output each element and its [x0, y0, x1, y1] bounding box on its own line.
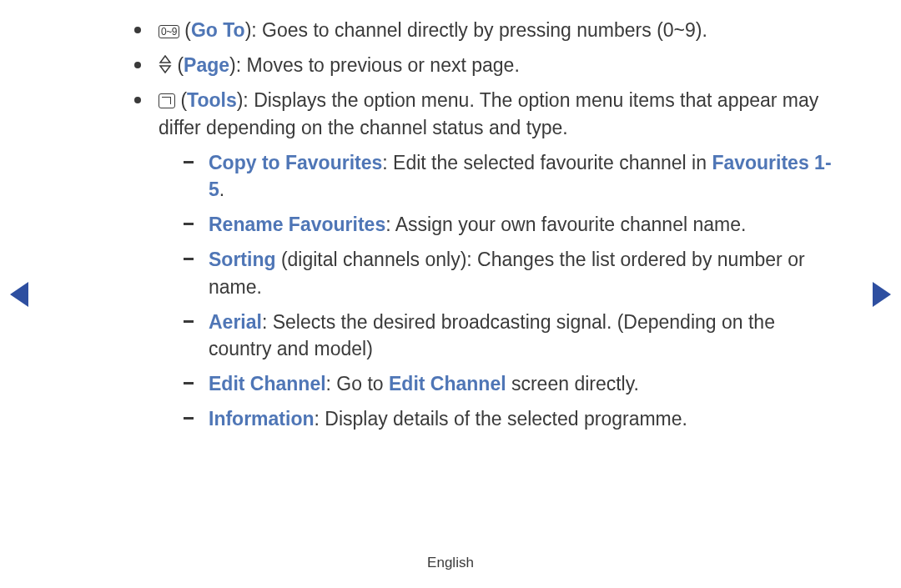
nav-prev-icon[interactable]	[10, 282, 28, 307]
page-label: Page	[184, 54, 229, 76]
num-range-icon: 0~9	[159, 25, 179, 38]
item-tools: (Tools): Displays the option menu. The o…	[129, 87, 838, 432]
edit-ch-desc-b: screen directly.	[506, 373, 639, 395]
edit-ch-desc-a: : Go to	[326, 373, 389, 395]
tools-label: Tools	[187, 89, 237, 111]
sub-sorting: Sorting (digital channels only): Changes…	[159, 246, 838, 299]
sub-copy-fav: Copy to Favourites: Edit the selected fa…	[159, 149, 838, 203]
sub-edit-channel: Edit Channel: Go to Edit Channel screen …	[159, 370, 838, 397]
info-label: Information	[209, 408, 315, 430]
aerial-desc: : Selects the desired broadcasting signa…	[209, 311, 775, 359]
updown-icon	[159, 55, 172, 73]
footer-language: English	[0, 555, 901, 571]
sub-information: Information: Display details of the sele…	[159, 405, 838, 432]
goto-label: Go To	[191, 19, 245, 41]
sorting-label: Sorting	[209, 249, 276, 270]
aerial-label: Aerial	[209, 311, 262, 333]
tools-icon	[159, 93, 175, 108]
rename-fav-desc: : Assign your own favourite channel name…	[385, 214, 746, 235]
edit-ch-label: Edit Channel	[209, 373, 326, 395]
goto-desc: Goes to channel directly by pressing num…	[262, 19, 707, 41]
copy-fav-label: Copy to Favourites	[209, 152, 382, 173]
copy-fav-desc-a: : Edit the selected favourite channel in	[382, 152, 712, 173]
tools-desc: Displays the option menu. The option men…	[159, 89, 818, 138]
sub-rename-fav: Rename Favourites: Assign your own favou…	[159, 211, 838, 238]
copy-fav-desc-b: .	[219, 178, 224, 200]
sub-aerial: Aerial: Selects the desired broadcasting…	[159, 309, 838, 362]
rename-fav-label: Rename Favourites	[209, 214, 385, 235]
page-desc: Moves to previous or next page.	[247, 54, 520, 76]
info-desc: : Display details of the selected progra…	[315, 408, 687, 430]
item-page: (Page): Moves to previous or next page.	[129, 52, 838, 78]
edit-ch-inline: Edit Channel	[389, 373, 506, 395]
sorting-note: (digital channels only)	[276, 249, 467, 270]
item-goto: 0~9 (Go To): Goes to channel directly by…	[129, 17, 838, 43]
nav-next-icon[interactable]	[873, 282, 891, 307]
manual-content: 0~9 (Go To): Goes to channel directly by…	[0, 0, 901, 432]
